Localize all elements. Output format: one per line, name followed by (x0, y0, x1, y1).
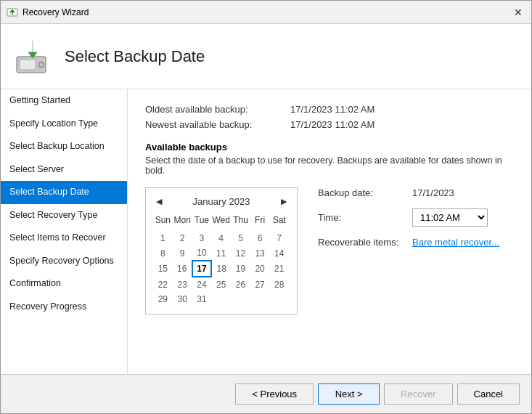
sidebar-item-recovery-type[interactable]: Select Recovery Type (1, 204, 127, 227)
calendar-day (250, 292, 270, 307)
calendar-day[interactable]: 19 (231, 261, 250, 277)
calendar-and-details: ◀ January 2023 ▶ SunMonTueWedThuFriSat 1… (145, 187, 514, 314)
wizard-header: Select Backup Date (1, 24, 531, 89)
calendar-day[interactable]: 9 (173, 245, 192, 261)
time-row: Time: 11:02 AM (318, 208, 514, 227)
sidebar-item-server[interactable]: Select Server (1, 158, 127, 182)
calendar-day (231, 292, 250, 307)
sidebar-item-backup-date[interactable]: Select Backup Date (1, 181, 127, 204)
calendar-nav: ◀ January 2023 ▶ (153, 195, 290, 208)
header-icon (12, 36, 53, 77)
newest-backup-row: Newest available backup: 17/1/2023 11:02… (145, 119, 514, 130)
calendar-day[interactable]: 12 (231, 245, 250, 261)
wizard-body: Getting Started Specify Location Type Se… (1, 89, 531, 374)
calendar-day[interactable]: 23 (173, 277, 192, 292)
recoverable-label: Recoverable items: (318, 237, 412, 248)
calendar-grid: SunMonTueWedThuFriSat 123456789101112131… (153, 214, 290, 307)
calendar-day[interactable]: 14 (269, 245, 289, 261)
calendar-day[interactable]: 7 (269, 231, 289, 245)
window-title: Recovery Wizard (22, 7, 511, 17)
month-year-label: January 2023 (193, 196, 250, 207)
oldest-label: Oldest available backup: (145, 104, 290, 115)
calendar-day[interactable]: 5 (231, 231, 250, 245)
calendar-day[interactable]: 20 (250, 261, 270, 277)
time-select[interactable]: 11:02 AM (412, 208, 488, 227)
sidebar-item-backup-location[interactable]: Select Backup Location (1, 135, 127, 158)
calendar-day[interactable]: 22 (153, 277, 173, 292)
calendar-day[interactable]: 24 (192, 277, 212, 292)
cal-day-header: Mon (173, 214, 192, 227)
app-icon (7, 7, 18, 18)
sidebar-item-recovery-options[interactable]: Specify Recovery Options (1, 250, 127, 273)
calendar-day[interactable]: 4 (211, 231, 231, 245)
footer: < Previous Next > Recover Cancel (1, 374, 531, 413)
next-button[interactable]: Next > (318, 383, 380, 405)
calendar-day[interactable]: 29 (153, 292, 173, 307)
cal-day-header: Wed (211, 214, 231, 227)
cal-day-header: Tue (192, 214, 212, 227)
svg-rect-2 (20, 60, 36, 70)
calendar-day[interactable]: 25 (211, 277, 231, 292)
time-label: Time: (318, 212, 412, 223)
calendar-day[interactable]: 21 (269, 261, 289, 277)
calendar: ◀ January 2023 ▶ SunMonTueWedThuFriSat 1… (145, 187, 298, 314)
previous-button[interactable]: < Previous (235, 383, 314, 405)
calendar-day[interactable]: 30 (173, 292, 192, 307)
calendar-day[interactable]: 10 (192, 245, 212, 261)
calendar-week-row: 1234567 (153, 231, 289, 245)
calendar-day[interactable]: 18 (211, 261, 231, 277)
calendar-day[interactable]: 13 (250, 245, 270, 261)
calendar-day[interactable]: 27 (250, 277, 270, 292)
cal-day-header: Thu (231, 214, 250, 227)
sidebar-item-items-recover[interactable]: Select Items to Recover (1, 227, 127, 250)
close-button[interactable]: ✕ (511, 5, 525, 20)
newest-value: 17/1/2023 11:02 AM (290, 119, 375, 130)
backup-date-row: Backup date: 17/1/2023 (318, 187, 514, 198)
backup-date-label: Backup date: (318, 187, 412, 198)
titlebar: Recovery Wizard ✕ (1, 1, 531, 24)
sidebar-item-getting-started[interactable]: Getting Started (1, 89, 127, 113)
prev-month-button[interactable]: ◀ (153, 195, 165, 208)
sidebar-item-confirmation[interactable]: Confirmation (1, 272, 127, 296)
oldest-value: 17/1/2023 11:02 AM (290, 104, 375, 115)
calendar-header-row: SunMonTueWedThuFriSat (153, 214, 289, 227)
recover-button[interactable]: Recover (384, 383, 452, 405)
cal-day-header: Fri (250, 214, 270, 227)
page-title: Select Backup Date (65, 47, 205, 66)
calendar-week-row: 293031 (153, 292, 289, 307)
calendar-day[interactable]: 16 (173, 261, 192, 277)
cancel-button[interactable]: Cancel (457, 383, 520, 405)
section-title: Available backups (145, 142, 514, 153)
calendar-week-row: 15161718192021 (153, 261, 289, 277)
cal-day-header: Sat (269, 214, 289, 227)
calendar-day[interactable]: 1 (153, 231, 173, 245)
details-panel: Backup date: 17/1/2023 Time: 11:02 AM Re… (318, 187, 514, 314)
main-window: Recovery Wizard ✕ Select Backup Date Get… (0, 0, 532, 414)
calendar-day[interactable]: 17 (192, 261, 212, 277)
sidebar-item-recovery-progress[interactable]: Recovery Progress (1, 296, 127, 319)
svg-point-4 (40, 63, 43, 66)
calendar-day[interactable]: 15 (153, 261, 173, 277)
oldest-backup-row: Oldest available backup: 17/1/2023 11:02… (145, 104, 514, 115)
recoverable-link[interactable]: Bare metal recover... (412, 237, 499, 248)
backup-date-value: 17/1/2023 (412, 187, 454, 198)
calendar-day[interactable]: 8 (153, 245, 173, 261)
calendar-week-row: 891011121314 (153, 245, 289, 261)
sidebar-item-location-type[interactable]: Specify Location Type (1, 113, 127, 136)
recoverable-row: Recoverable items: Bare metal recover... (318, 237, 514, 248)
calendar-day[interactable]: 11 (211, 245, 231, 261)
calendar-day[interactable]: 2 (173, 231, 192, 245)
newest-label: Newest available backup: (145, 119, 290, 130)
sidebar: Getting Started Specify Location Type Se… (1, 89, 128, 374)
calendar-day[interactable]: 6 (250, 231, 270, 245)
calendar-day[interactable]: 31 (192, 292, 212, 307)
main-content: Oldest available backup: 17/1/2023 11:02… (128, 89, 531, 374)
calendar-week-row: 22232425262728 (153, 277, 289, 292)
next-month-button[interactable]: ▶ (278, 195, 290, 208)
calendar-day[interactable]: 3 (192, 231, 212, 245)
calendar-day (269, 292, 289, 307)
calendar-body: 1234567891011121314151617181920212223242… (153, 227, 289, 307)
calendar-day[interactable]: 26 (231, 277, 250, 292)
section-desc: Select the date of a backup to use for r… (145, 155, 514, 176)
calendar-day[interactable]: 28 (269, 277, 289, 292)
